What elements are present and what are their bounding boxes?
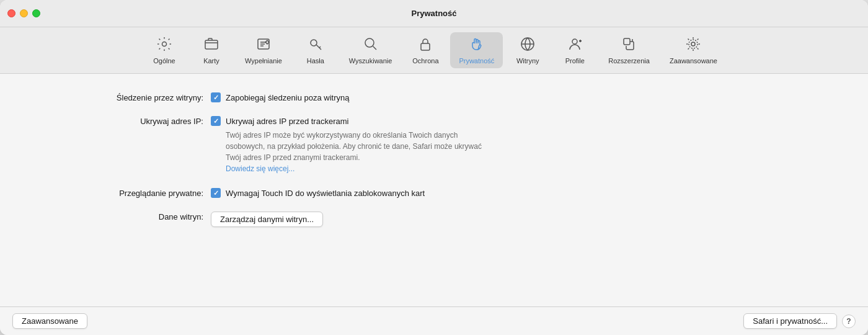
gear-icon (156, 36, 172, 55)
tab-hasla-label: Hasła (307, 57, 324, 65)
safari-privacy-button[interactable]: Safari i prywatność... (743, 313, 837, 329)
hand-icon (469, 36, 485, 55)
dane-witryn-label: Dane witryn: (37, 212, 211, 221)
svg-point-9 (691, 42, 695, 46)
ukrywaj-ip-description: Twój adres IP może być wykorzystywany do… (211, 130, 484, 174)
gear-advanced-icon (685, 36, 701, 55)
tab-wyszukiwanie[interactable]: Wyszukiwanie (340, 32, 401, 68)
tab-wypelnianie-label: Wypełnianie (245, 57, 282, 65)
globe-icon (520, 36, 536, 55)
preferences-window: Prywatność Ogólne Karty (0, 0, 868, 335)
tab-prywatnosc[interactable]: Prywatność (450, 32, 503, 68)
tab-wypelnianie[interactable]: Wypełnianie (236, 32, 291, 68)
przegladanie-checkbox[interactable] (211, 188, 221, 198)
tab-wyszukiwanie-label: Wyszukiwanie (349, 57, 392, 65)
tab-rozszerzenia-label: Rozszerzenia (608, 57, 650, 65)
extension-icon (621, 36, 637, 55)
tab-ogolne[interactable]: Ogólne (142, 32, 187, 68)
settings-section: Śledzenie przez witryny: Zapobiegaj śled… (37, 92, 831, 227)
maximize-button[interactable] (32, 9, 40, 17)
sledzenie-control: Zapobiegaj śledzeniu poza witryną (211, 92, 349, 102)
tab-witryny[interactable]: Witryny (505, 32, 550, 68)
ukrywaj-ip-checkbox[interactable] (211, 116, 221, 126)
close-button[interactable] (7, 9, 16, 17)
tab-ochrona[interactable]: Ochrona (403, 32, 448, 68)
ukrywaj-ip-label: Ukrywaj adres IP: (37, 116, 211, 126)
tab-ogolne-label: Ogólne (153, 57, 175, 65)
titlebar: Prywatność (0, 0, 868, 27)
setting-row-sledzenie: Śledzenie przez witryny: Zapobiegaj śled… (37, 92, 831, 102)
learn-more-link[interactable]: Dowiedz się więcej... (226, 164, 294, 173)
tab-profile[interactable]: Profile (552, 32, 597, 68)
przegladanie-label: Przeglądanie prywatne: (37, 188, 211, 198)
svg-rect-5 (421, 43, 430, 50)
sledzenie-checkbox-row: Zapobiegaj śledzeniu poza witryną (211, 92, 349, 102)
bottombar: Zaawansowane Safari i prywatność... ? (0, 306, 868, 335)
profile-icon (567, 36, 583, 55)
manage-data-button[interactable]: Zarządzaj danymi witryn... (211, 212, 323, 227)
minimize-button[interactable] (20, 9, 28, 17)
ukrywaj-ip-control: Ukrywaj adres IP przed trackerami Twój a… (211, 116, 484, 174)
tab-zaawansowane[interactable]: Zaawansowane (661, 32, 726, 68)
toolbar: Ogólne Karty Wypełnianie (0, 27, 868, 74)
advanced-button[interactable]: Zaawansowane (12, 313, 87, 329)
key-icon (308, 36, 324, 55)
tab-karty-label: Karty (203, 57, 219, 65)
svg-point-7 (572, 39, 577, 44)
sledzenie-label: Śledzenie przez witryny: (37, 92, 211, 102)
svg-point-10 (689, 40, 698, 48)
dane-witryn-control: Zarządzaj danymi witryn... (211, 212, 323, 227)
sledzenie-checkbox-label: Zapobiegaj śledzeniu poza witryną (226, 93, 349, 102)
tab-hasla[interactable]: Hasła (293, 32, 338, 68)
svg-point-0 (162, 42, 167, 47)
svg-rect-1 (205, 40, 218, 49)
bottom-right: Safari i prywatność... ? (743, 313, 856, 329)
setting-row-dane-witryn: Dane witryn: Zarządzaj danymi witryn... (37, 212, 831, 227)
pencil-icon (255, 36, 272, 55)
ukrywaj-ip-checkbox-row: Ukrywaj adres IP przed trackerami (211, 116, 484, 126)
tab-profile-label: Profile (565, 57, 585, 65)
tab-witryny-label: Witryny (516, 57, 539, 65)
tab-zaawansowane-label: Zaawansowane (670, 57, 717, 65)
svg-point-4 (365, 38, 374, 47)
tab-rozszerzenia[interactable]: Rozszerzenia (600, 32, 658, 68)
tab-ochrona-label: Ochrona (412, 57, 438, 65)
przegladanie-checkbox-row: Wymagaj Touch ID do wyświetlania zabloko… (211, 188, 425, 198)
traffic-lights (7, 9, 40, 17)
tab-karty[interactable]: Karty (189, 32, 234, 68)
svg-rect-8 (624, 38, 630, 45)
sledzenie-checkbox[interactable] (211, 92, 221, 102)
tabs-icon (203, 36, 219, 55)
ukrywaj-ip-checkbox-label: Ukrywaj adres IP przed trackerami (226, 117, 348, 126)
setting-row-ukrywaj-ip: Ukrywaj adres IP: Ukrywaj adres IP przed… (37, 116, 831, 174)
help-button[interactable]: ? (842, 315, 856, 328)
lock-icon (417, 36, 433, 55)
tab-prywatnosc-label: Prywatność (459, 57, 494, 65)
search-icon (363, 36, 379, 55)
setting-row-przegladanie: Przeglądanie prywatne: Wymagaj Touch ID … (37, 188, 831, 198)
przegladanie-control: Wymagaj Touch ID do wyświetlania zabloko… (211, 188, 425, 198)
przegladanie-checkbox-label: Wymagaj Touch ID do wyświetlania zabloko… (226, 189, 425, 198)
window-title: Prywatność (412, 9, 457, 18)
content-area: Śledzenie przez witryny: Zapobiegaj śled… (0, 74, 868, 306)
